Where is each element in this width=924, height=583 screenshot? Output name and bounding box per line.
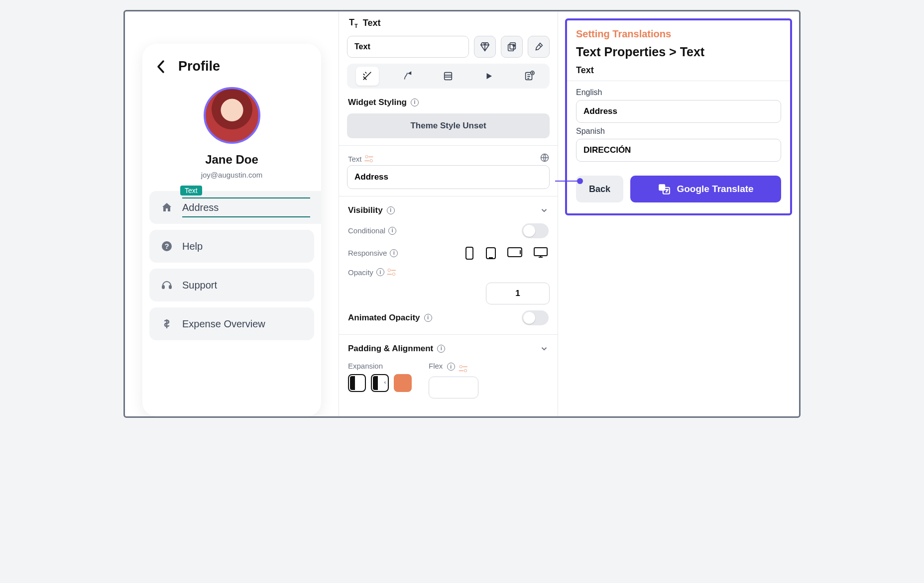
svg-rect-3: [169, 286, 171, 289]
back-button[interactable]: Back: [576, 176, 623, 202]
home-icon: [160, 201, 173, 214]
tune-icon[interactable]: ○──○: [459, 365, 467, 373]
phone-icon[interactable]: [464, 246, 475, 260]
info-icon[interactable]: i: [388, 227, 396, 235]
translations-heading: Setting Translations: [576, 28, 781, 40]
conditional-toggle[interactable]: [522, 223, 549, 238]
desktop-icon[interactable]: [533, 246, 549, 260]
duplicate-icon[interactable]: +: [501, 36, 523, 58]
selected-text-widget[interactable]: Text Address: [182, 197, 310, 217]
expansion-option-2[interactable]: ‹: [371, 374, 389, 392]
tune-icon[interactable]: ○──○: [365, 155, 373, 163]
phone-preview: Profile Jane Doe joy@augustin.com Text A…: [142, 44, 321, 416]
chevron-down-icon[interactable]: [540, 344, 549, 353]
back-chevron-icon[interactable]: [156, 60, 165, 74]
menu-item-expense[interactable]: Expense Overview: [149, 307, 314, 340]
info-icon[interactable]: i: [390, 249, 398, 257]
info-icon[interactable]: i: [411, 98, 419, 106]
chevron-down-icon[interactable]: [540, 206, 549, 215]
widget-styling-label: Widget Styling i: [347, 93, 550, 109]
menu-item-address[interactable]: Text Address: [149, 191, 321, 224]
user-name: Jane Doe: [205, 153, 258, 167]
menu-label: Help: [182, 241, 203, 252]
tablet-landscape-icon[interactable]: [507, 246, 523, 260]
theme-style-button[interactable]: Theme Style Unset: [347, 113, 550, 138]
menu-label: Address: [182, 202, 219, 213]
info-icon[interactable]: i: [387, 206, 395, 214]
svg-rect-11: [466, 247, 473, 259]
preview-panel: Profile Jane Doe joy@augustin.com Text A…: [125, 11, 339, 416]
svg-text:+: +: [513, 43, 515, 48]
widget-name-input[interactable]: [347, 36, 469, 58]
tab-design[interactable]: [356, 67, 379, 86]
menu-label: Support: [182, 280, 217, 291]
preview-title: Profile: [178, 59, 220, 74]
expansion-option-3[interactable]: [394, 374, 412, 392]
opacity-row: Opacity i ○──○: [347, 266, 550, 279]
connector-line: [555, 181, 582, 182]
device-toggles: [464, 246, 549, 260]
widget-name-row: +: [347, 36, 550, 58]
text-property-label: Text ○──○: [347, 153, 550, 165]
spanish-input[interactable]: [576, 139, 781, 162]
globe-icon[interactable]: [540, 153, 550, 163]
info-icon[interactable]: i: [424, 314, 432, 322]
svg-rect-12: [486, 248, 495, 259]
selection-badge: Text: [180, 186, 202, 195]
animated-opacity-row: Animated Opacity i: [347, 308, 550, 327]
diamond-icon[interactable]: [474, 36, 496, 58]
flex-input[interactable]: [429, 377, 478, 398]
visibility-header[interactable]: Visibility i: [347, 203, 550, 217]
english-label: English: [576, 88, 781, 97]
conditional-row: Conditional i: [347, 221, 550, 240]
animated-opacity-toggle[interactable]: [522, 310, 549, 325]
translations-subheading: Text: [576, 65, 781, 76]
text-value-input[interactable]: [347, 165, 550, 189]
tab-play[interactable]: [477, 67, 500, 86]
divider: [339, 196, 558, 196]
question-icon: ?: [160, 240, 173, 253]
info-icon[interactable]: i: [376, 268, 384, 276]
flex-column: Flex i ○──○: [429, 362, 478, 398]
svg-rect-14: [508, 248, 522, 257]
widget-type-label: Text: [363, 18, 381, 28]
translations-breadcrumb: Text Properties > Text: [576, 45, 781, 59]
spanish-label: Spanish: [576, 127, 781, 136]
translations-card: Setting Translations Text Properties > T…: [565, 18, 792, 215]
responsive-row: Responsive i: [347, 244, 550, 262]
brush-icon[interactable]: [528, 36, 550, 58]
google-translate-label: Google Translate: [677, 184, 753, 194]
svg-text:?: ?: [164, 242, 169, 250]
properties-panel: TT Text +: [339, 11, 558, 416]
google-translate-button[interactable]: G Google Translate: [630, 176, 781, 202]
tab-path[interactable]: [396, 67, 419, 86]
divider: [339, 145, 558, 146]
menu-item-help[interactable]: ? Help: [149, 230, 314, 263]
expansion-flex-row: Expansion ‹ Flex i ○──○: [347, 360, 550, 400]
translations-panel: Setting Translations Text Properties > T…: [558, 11, 799, 416]
padding-header[interactable]: Padding & Alignment i: [347, 342, 550, 356]
expansion-option-1[interactable]: [348, 374, 366, 392]
tune-icon[interactable]: ○──○: [387, 268, 396, 276]
tab-data[interactable]: [437, 67, 460, 86]
svg-rect-16: [534, 248, 547, 256]
preview-header: Profile: [142, 59, 321, 87]
tablet-portrait-icon[interactable]: [485, 246, 497, 260]
opacity-input[interactable]: [486, 283, 550, 304]
tool-tabs: [347, 64, 550, 89]
avatar-image: [204, 87, 260, 144]
english-input[interactable]: [576, 100, 781, 123]
tab-add[interactable]: [518, 67, 541, 86]
translate-icon: G: [658, 183, 671, 195]
info-icon[interactable]: i: [447, 363, 455, 371]
headset-icon: [160, 279, 173, 292]
info-icon[interactable]: i: [437, 345, 445, 353]
menu-item-support[interactable]: Support: [149, 269, 314, 301]
widget-type-header: TT Text: [347, 16, 550, 32]
dollar-icon: [160, 317, 173, 330]
translation-actions: Back G Google Translate: [576, 176, 781, 202]
menu-label: Expense Overview: [182, 318, 265, 330]
svg-rect-7: [445, 72, 452, 80]
divider: [339, 334, 558, 335]
user-email: joy@augustin.com: [201, 171, 263, 179]
